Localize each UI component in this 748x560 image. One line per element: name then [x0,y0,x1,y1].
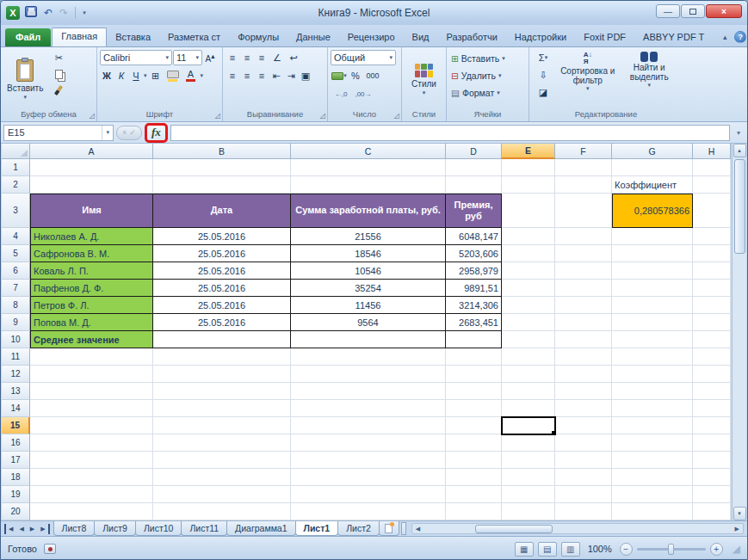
increase-indent-button[interactable]: ⇥ [284,68,298,83]
cell-E6[interactable] [502,262,555,280]
cell-F14[interactable] [555,400,612,417]
cell-A6[interactable]: Коваль Л. П. [30,262,153,280]
cell-G13[interactable] [612,383,693,400]
cell-G16[interactable] [612,434,693,452]
tab-Разметка ст[interactable]: Разметка ст [159,28,229,46]
align-bottom-button[interactable]: ≡ [255,50,269,65]
cell-C10[interactable] [291,331,446,348]
decrease-indent-button[interactable]: ⇤ [269,68,283,83]
cell-F6[interactable] [555,262,612,280]
cell-C16[interactable] [291,434,446,452]
accounting-format-button[interactable]: ▾ [331,68,348,83]
delete-cells-button[interactable]: ⊟Удалить▾ [449,67,526,83]
cell-C13[interactable] [291,383,446,400]
close-button[interactable]: × [706,4,742,18]
sort-filter-button[interactable]: А↓Я Сортировка и фильтр ▾ [557,50,619,108]
cell-F4[interactable] [555,228,612,245]
sheet-tab-Лист10[interactable]: Лист10 [135,521,182,536]
decrease-decimal-button[interactable]: ,00→ [352,86,374,102]
cell-D11[interactable] [446,348,502,366]
cell-C17[interactable] [291,452,446,469]
cell-H15[interactable] [693,417,731,434]
cell-D6[interactable]: 2958,979 [446,262,502,280]
horizontal-scrollbar[interactable]: ◀ ▶ [411,523,744,534]
align-top-button[interactable]: ≡ [226,50,239,65]
cell-E13[interactable] [502,383,555,400]
cell-E5[interactable] [502,245,555,262]
cell-G6[interactable] [612,262,693,280]
macro-record-icon[interactable] [44,544,56,554]
cell-D10[interactable] [446,331,502,348]
cell-A20[interactable] [30,503,153,520]
cell-C3[interactable]: Сумма заработной платы, руб. [291,194,446,228]
bold-button[interactable]: Ж [100,68,114,83]
cell-B11[interactable] [153,348,291,366]
cell-H18[interactable] [693,469,731,486]
cell-H8[interactable] [693,297,731,314]
cell-A13[interactable] [30,383,153,400]
cell-H2[interactable] [693,176,731,194]
row-header-20[interactable]: 20 [2,503,30,520]
cell-E20[interactable] [502,503,555,520]
cell-B8[interactable]: 25.05.2016 [153,297,291,314]
cell-G20[interactable] [612,503,693,520]
cell-F2[interactable] [555,176,612,194]
cell-E18[interactable] [502,469,555,486]
cell-D19[interactable] [446,486,502,503]
tab-ABBYY PDF T[interactable]: ABBYY PDF T [634,28,713,46]
cell-A15[interactable] [30,417,153,434]
cell-E9[interactable] [502,314,555,331]
sheet-tab-Лист2[interactable]: Лист2 [337,521,380,536]
tab-Рецензиро[interactable]: Рецензиро [339,28,404,46]
insert-function-button[interactable]: fx [151,126,161,139]
sheet-tab-Диаграмма1[interactable]: Диаграмма1 [226,521,295,536]
cancel-icon[interactable]: × [122,128,127,137]
borders-button[interactable]: ⊞ [148,68,164,83]
cell-G2[interactable]: Коэффициент [612,176,693,194]
column-header-E[interactable]: E [502,144,555,159]
cell-G9[interactable] [612,314,693,331]
align-middle-button[interactable]: ≡ [240,50,254,65]
cell-E17[interactable] [502,452,555,469]
cell-A16[interactable] [30,434,153,452]
cell-C19[interactable] [291,486,446,503]
cell-D4[interactable]: 6048,147 [446,228,502,245]
cell-D8[interactable]: 3214,306 [446,297,502,314]
percent-style-button[interactable]: % [349,68,362,83]
cell-G8[interactable] [612,297,693,314]
cell-E2[interactable] [502,176,555,194]
cell-F17[interactable] [555,452,612,469]
cell-B4[interactable]: 25.05.2016 [153,228,291,245]
cell-E14[interactable] [502,400,555,417]
cell-C2[interactable] [291,176,446,194]
cell-B1[interactable] [153,159,291,176]
copy-button[interactable] [50,66,67,82]
orientation-button[interactable]: ∠ [269,50,285,65]
cell-C6[interactable]: 10546 [291,262,446,280]
scroll-down-icon[interactable]: ▾ [733,507,746,520]
enter-icon[interactable]: ✓ [129,128,136,137]
styles-button[interactable]: Стили ▾ [408,50,440,108]
cell-G11[interactable] [612,348,693,366]
cell-G12[interactable] [612,366,693,383]
row-header-5[interactable]: 5 [2,245,30,262]
row-header-9[interactable]: 9 [2,314,30,331]
zoom-slider-thumb[interactable] [668,544,674,555]
clear-button[interactable]: ◪ [532,84,554,100]
cell-H19[interactable] [693,486,731,503]
grow-font-button[interactable]: А▴ [203,50,217,65]
cell-H12[interactable] [693,366,731,383]
row-header-16[interactable]: 16 [2,434,30,452]
cell-H11[interactable] [693,348,731,366]
row-header-17[interactable]: 17 [2,452,30,469]
cell-F13[interactable] [555,383,612,400]
resize-grip-icon[interactable]: ◢ [733,543,740,555]
column-header-C[interactable]: C [291,144,446,159]
zoom-in-button[interactable]: + [710,543,723,556]
name-box[interactable]: E15▾ [3,125,114,141]
cell-F7[interactable] [555,280,612,297]
cell-F20[interactable] [555,503,612,520]
cell-B10[interactable] [153,331,291,348]
tab-Данные[interactable]: Данные [287,28,339,46]
insert-cells-button[interactable]: ⊞Вставить▾ [449,50,526,66]
